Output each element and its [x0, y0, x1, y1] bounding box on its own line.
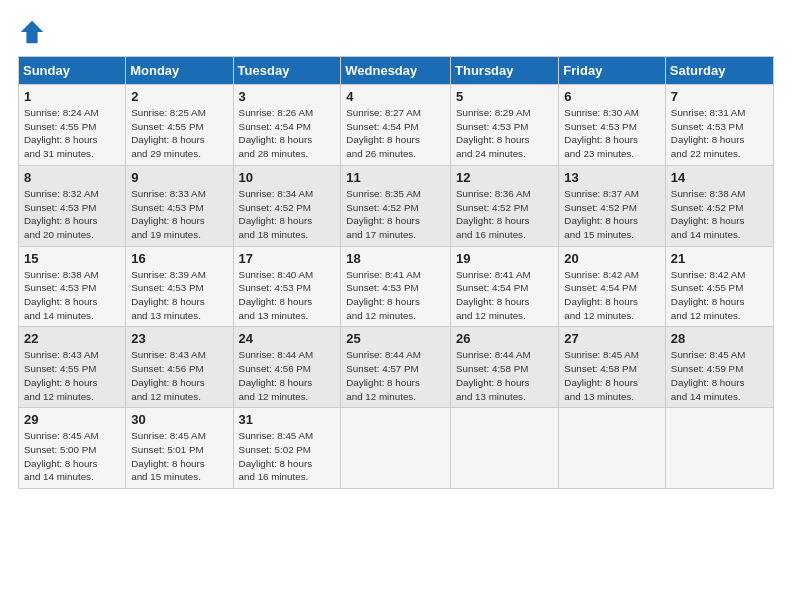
- day-number: 10: [239, 170, 336, 185]
- page: SundayMondayTuesdayWednesdayThursdayFrid…: [0, 0, 792, 612]
- calendar-cell: 16Sunrise: 8:39 AM Sunset: 4:53 PM Dayli…: [126, 246, 233, 327]
- day-number: 1: [24, 89, 120, 104]
- day-info: Sunrise: 8:34 AM Sunset: 4:52 PM Dayligh…: [239, 187, 336, 242]
- calendar-cell: 6Sunrise: 8:30 AM Sunset: 4:53 PM Daylig…: [559, 85, 666, 166]
- calendar-cell: 29Sunrise: 8:45 AM Sunset: 5:00 PM Dayli…: [19, 408, 126, 489]
- day-info: Sunrise: 8:27 AM Sunset: 4:54 PM Dayligh…: [346, 106, 445, 161]
- day-info: Sunrise: 8:41 AM Sunset: 4:53 PM Dayligh…: [346, 268, 445, 323]
- day-info: Sunrise: 8:35 AM Sunset: 4:52 PM Dayligh…: [346, 187, 445, 242]
- calendar-cell: 12Sunrise: 8:36 AM Sunset: 4:52 PM Dayli…: [451, 165, 559, 246]
- calendar-cell: 26Sunrise: 8:44 AM Sunset: 4:58 PM Dayli…: [451, 327, 559, 408]
- day-number: 2: [131, 89, 227, 104]
- calendar-cell: 20Sunrise: 8:42 AM Sunset: 4:54 PM Dayli…: [559, 246, 666, 327]
- day-number: 25: [346, 331, 445, 346]
- day-info: Sunrise: 8:42 AM Sunset: 4:55 PM Dayligh…: [671, 268, 768, 323]
- day-info: Sunrise: 8:37 AM Sunset: 4:52 PM Dayligh…: [564, 187, 660, 242]
- day-number: 8: [24, 170, 120, 185]
- day-number: 29: [24, 412, 120, 427]
- day-number: 14: [671, 170, 768, 185]
- day-info: Sunrise: 8:25 AM Sunset: 4:55 PM Dayligh…: [131, 106, 227, 161]
- day-number: 9: [131, 170, 227, 185]
- day-number: 6: [564, 89, 660, 104]
- calendar-cell: 30Sunrise: 8:45 AM Sunset: 5:01 PM Dayli…: [126, 408, 233, 489]
- day-info: Sunrise: 8:44 AM Sunset: 4:57 PM Dayligh…: [346, 348, 445, 403]
- calendar-cell: 1Sunrise: 8:24 AM Sunset: 4:55 PM Daylig…: [19, 85, 126, 166]
- day-number: 21: [671, 251, 768, 266]
- calendar-cell: [665, 408, 773, 489]
- day-info: Sunrise: 8:24 AM Sunset: 4:55 PM Dayligh…: [24, 106, 120, 161]
- day-info: Sunrise: 8:39 AM Sunset: 4:53 PM Dayligh…: [131, 268, 227, 323]
- calendar-cell: 21Sunrise: 8:42 AM Sunset: 4:55 PM Dayli…: [665, 246, 773, 327]
- day-of-week-header: Tuesday: [233, 57, 341, 85]
- logo-icon: [18, 18, 46, 46]
- calendar-cell: 25Sunrise: 8:44 AM Sunset: 4:57 PM Dayli…: [341, 327, 451, 408]
- calendar-cell: 27Sunrise: 8:45 AM Sunset: 4:58 PM Dayli…: [559, 327, 666, 408]
- day-number: 5: [456, 89, 553, 104]
- calendar: SundayMondayTuesdayWednesdayThursdayFrid…: [18, 56, 774, 489]
- day-number: 12: [456, 170, 553, 185]
- calendar-cell: 28Sunrise: 8:45 AM Sunset: 4:59 PM Dayli…: [665, 327, 773, 408]
- day-number: 13: [564, 170, 660, 185]
- day-info: Sunrise: 8:43 AM Sunset: 4:56 PM Dayligh…: [131, 348, 227, 403]
- day-number: 22: [24, 331, 120, 346]
- day-info: Sunrise: 8:45 AM Sunset: 5:02 PM Dayligh…: [239, 429, 336, 484]
- day-info: Sunrise: 8:30 AM Sunset: 4:53 PM Dayligh…: [564, 106, 660, 161]
- calendar-week-row: 8Sunrise: 8:32 AM Sunset: 4:53 PM Daylig…: [19, 165, 774, 246]
- calendar-cell: 4Sunrise: 8:27 AM Sunset: 4:54 PM Daylig…: [341, 85, 451, 166]
- day-info: Sunrise: 8:44 AM Sunset: 4:56 PM Dayligh…: [239, 348, 336, 403]
- header: [18, 18, 774, 46]
- day-number: 17: [239, 251, 336, 266]
- day-info: Sunrise: 8:38 AM Sunset: 4:52 PM Dayligh…: [671, 187, 768, 242]
- calendar-cell: 23Sunrise: 8:43 AM Sunset: 4:56 PM Dayli…: [126, 327, 233, 408]
- calendar-cell: 11Sunrise: 8:35 AM Sunset: 4:52 PM Dayli…: [341, 165, 451, 246]
- calendar-cell: 5Sunrise: 8:29 AM Sunset: 4:53 PM Daylig…: [451, 85, 559, 166]
- day-of-week-header: Saturday: [665, 57, 773, 85]
- day-number: 31: [239, 412, 336, 427]
- day-info: Sunrise: 8:45 AM Sunset: 5:01 PM Dayligh…: [131, 429, 227, 484]
- calendar-cell: 22Sunrise: 8:43 AM Sunset: 4:55 PM Dayli…: [19, 327, 126, 408]
- calendar-week-row: 29Sunrise: 8:45 AM Sunset: 5:00 PM Dayli…: [19, 408, 774, 489]
- day-number: 11: [346, 170, 445, 185]
- day-info: Sunrise: 8:45 AM Sunset: 4:58 PM Dayligh…: [564, 348, 660, 403]
- day-info: Sunrise: 8:33 AM Sunset: 4:53 PM Dayligh…: [131, 187, 227, 242]
- calendar-cell: [341, 408, 451, 489]
- day-number: 28: [671, 331, 768, 346]
- day-number: 20: [564, 251, 660, 266]
- day-of-week-header: Friday: [559, 57, 666, 85]
- day-number: 23: [131, 331, 227, 346]
- day-info: Sunrise: 8:43 AM Sunset: 4:55 PM Dayligh…: [24, 348, 120, 403]
- day-info: Sunrise: 8:45 AM Sunset: 4:59 PM Dayligh…: [671, 348, 768, 403]
- day-number: 16: [131, 251, 227, 266]
- logo: [18, 18, 48, 46]
- calendar-cell: 31Sunrise: 8:45 AM Sunset: 5:02 PM Dayli…: [233, 408, 341, 489]
- day-of-week-header: Monday: [126, 57, 233, 85]
- calendar-cell: 7Sunrise: 8:31 AM Sunset: 4:53 PM Daylig…: [665, 85, 773, 166]
- calendar-week-row: 1Sunrise: 8:24 AM Sunset: 4:55 PM Daylig…: [19, 85, 774, 166]
- day-info: Sunrise: 8:38 AM Sunset: 4:53 PM Dayligh…: [24, 268, 120, 323]
- calendar-week-row: 15Sunrise: 8:38 AM Sunset: 4:53 PM Dayli…: [19, 246, 774, 327]
- day-info: Sunrise: 8:40 AM Sunset: 4:53 PM Dayligh…: [239, 268, 336, 323]
- calendar-cell: 24Sunrise: 8:44 AM Sunset: 4:56 PM Dayli…: [233, 327, 341, 408]
- day-info: Sunrise: 8:44 AM Sunset: 4:58 PM Dayligh…: [456, 348, 553, 403]
- day-number: 26: [456, 331, 553, 346]
- day-info: Sunrise: 8:26 AM Sunset: 4:54 PM Dayligh…: [239, 106, 336, 161]
- day-number: 4: [346, 89, 445, 104]
- day-info: Sunrise: 8:36 AM Sunset: 4:52 PM Dayligh…: [456, 187, 553, 242]
- calendar-cell: 18Sunrise: 8:41 AM Sunset: 4:53 PM Dayli…: [341, 246, 451, 327]
- calendar-header-row: SundayMondayTuesdayWednesdayThursdayFrid…: [19, 57, 774, 85]
- day-info: Sunrise: 8:29 AM Sunset: 4:53 PM Dayligh…: [456, 106, 553, 161]
- day-number: 27: [564, 331, 660, 346]
- day-number: 15: [24, 251, 120, 266]
- day-info: Sunrise: 8:42 AM Sunset: 4:54 PM Dayligh…: [564, 268, 660, 323]
- calendar-cell: 8Sunrise: 8:32 AM Sunset: 4:53 PM Daylig…: [19, 165, 126, 246]
- day-number: 30: [131, 412, 227, 427]
- calendar-week-row: 22Sunrise: 8:43 AM Sunset: 4:55 PM Dayli…: [19, 327, 774, 408]
- calendar-cell: [559, 408, 666, 489]
- calendar-cell: 19Sunrise: 8:41 AM Sunset: 4:54 PM Dayli…: [451, 246, 559, 327]
- calendar-cell: 10Sunrise: 8:34 AM Sunset: 4:52 PM Dayli…: [233, 165, 341, 246]
- calendar-cell: [451, 408, 559, 489]
- calendar-cell: 13Sunrise: 8:37 AM Sunset: 4:52 PM Dayli…: [559, 165, 666, 246]
- day-info: Sunrise: 8:41 AM Sunset: 4:54 PM Dayligh…: [456, 268, 553, 323]
- day-info: Sunrise: 8:31 AM Sunset: 4:53 PM Dayligh…: [671, 106, 768, 161]
- day-number: 3: [239, 89, 336, 104]
